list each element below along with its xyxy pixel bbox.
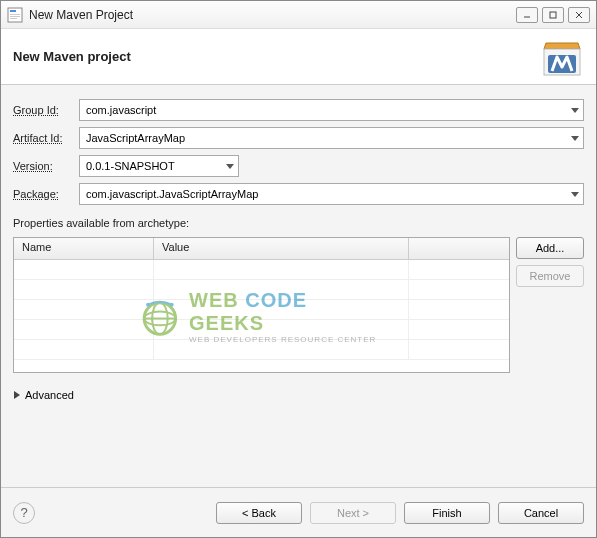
next-button: Next > bbox=[310, 502, 396, 524]
finish-button[interactable]: Finish bbox=[404, 502, 490, 524]
dialog-title: New Maven project bbox=[13, 49, 540, 64]
help-icon[interactable]: ? bbox=[13, 502, 35, 524]
table-row bbox=[14, 320, 509, 340]
properties-label: Properties available from archetype: bbox=[13, 217, 584, 229]
svg-rect-2 bbox=[10, 14, 20, 15]
chevron-right-icon bbox=[13, 389, 21, 401]
remove-button: Remove bbox=[516, 265, 584, 287]
svg-rect-4 bbox=[10, 18, 17, 19]
titlebar: New Maven Project bbox=[1, 1, 596, 29]
window-title: New Maven Project bbox=[29, 8, 516, 22]
window-buttons bbox=[516, 7, 590, 23]
table-body: WEB CODE GEEKS WEB DEVELOPERS RESOURCE C… bbox=[14, 260, 509, 372]
svg-rect-6 bbox=[550, 12, 556, 18]
col-empty bbox=[409, 238, 509, 259]
version-value: 0.0.1-SNAPSHOT bbox=[86, 160, 175, 172]
table-row bbox=[14, 300, 509, 320]
dialog-footer: ? < Back Next > Finish Cancel bbox=[1, 487, 596, 537]
table-header: Name Value bbox=[14, 238, 509, 260]
package-value: com.javascript.JavaScriptArrayMap bbox=[86, 188, 258, 200]
group-id-value: com.javascript bbox=[86, 104, 156, 116]
group-id-field[interactable]: com.javascript bbox=[79, 99, 584, 121]
artifact-id-row: Artifact Id: JavaScriptArrayMap bbox=[13, 127, 584, 149]
version-field[interactable]: 0.0.1-SNAPSHOT bbox=[79, 155, 239, 177]
dropdown-icon bbox=[571, 132, 579, 144]
col-value[interactable]: Value bbox=[154, 238, 409, 259]
dropdown-icon bbox=[571, 104, 579, 116]
add-button[interactable]: Add... bbox=[516, 237, 584, 259]
dropdown-icon bbox=[571, 188, 579, 200]
svg-rect-3 bbox=[10, 16, 20, 17]
artifact-id-field[interactable]: JavaScriptArrayMap bbox=[79, 127, 584, 149]
form-body: Group Id: com.javascript Artifact Id: Ja… bbox=[1, 85, 596, 487]
artifact-id-value: JavaScriptArrayMap bbox=[86, 132, 185, 144]
properties-buttons: Add... Remove bbox=[516, 237, 584, 373]
artifact-id-label: Artifact Id: bbox=[13, 132, 73, 144]
table-row bbox=[14, 280, 509, 300]
group-id-label: Group Id: bbox=[13, 104, 73, 116]
package-field[interactable]: com.javascript.JavaScriptArrayMap bbox=[79, 183, 584, 205]
close-button[interactable] bbox=[568, 7, 590, 23]
advanced-label: Advanced bbox=[25, 389, 74, 401]
cancel-button[interactable]: Cancel bbox=[498, 502, 584, 524]
properties-area: Name Value bbox=[13, 237, 584, 373]
version-row: Version: 0.0.1-SNAPSHOT bbox=[13, 155, 584, 177]
properties-table[interactable]: Name Value bbox=[13, 237, 510, 373]
col-name[interactable]: Name bbox=[14, 238, 154, 259]
dialog-window: New Maven Project New Maven project Grou… bbox=[0, 0, 597, 538]
table-row bbox=[14, 260, 509, 280]
advanced-toggle[interactable]: Advanced bbox=[13, 389, 584, 401]
package-row: Package: com.javascript.JavaScriptArrayM… bbox=[13, 183, 584, 205]
version-label: Version: bbox=[13, 160, 73, 172]
app-icon bbox=[7, 7, 23, 23]
svg-rect-1 bbox=[10, 10, 16, 12]
minimize-button[interactable] bbox=[516, 7, 538, 23]
dialog-header: New Maven project bbox=[1, 29, 596, 85]
package-label: Package: bbox=[13, 188, 73, 200]
maven-icon bbox=[540, 35, 584, 79]
group-id-row: Group Id: com.javascript bbox=[13, 99, 584, 121]
maximize-button[interactable] bbox=[542, 7, 564, 23]
table-row bbox=[14, 340, 509, 360]
dropdown-icon bbox=[226, 160, 234, 172]
back-button[interactable]: < Back bbox=[216, 502, 302, 524]
